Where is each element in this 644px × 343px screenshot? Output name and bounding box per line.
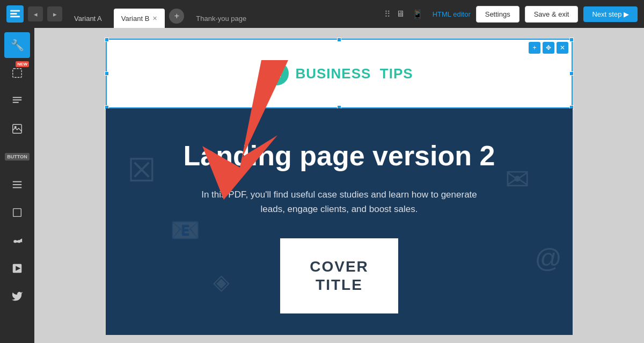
grid-icon[interactable]: ⠿ [384,9,391,19]
tab-variant-a[interactable]: Variant A [67,9,109,28]
bg-icon-1: ☒ [127,151,156,189]
back-arrow[interactable]: ◂ [28,6,43,21]
new-badge: NEW [16,61,29,67]
twitter-icon [11,290,23,302]
topbar-left: ◂ ▸ Variant A Variant B ✕ + Thank-you pa… [6,0,380,28]
next-step-button[interactable]: Next step ▶ [583,6,638,22]
canvas-area[interactable]: + ✥ ✕ E BUSINESS TIPS [34,28,644,343]
handle-top-center[interactable] [337,38,341,42]
svg-rect-2 [10,16,20,18]
settings-button[interactable]: Settings [476,6,519,23]
divider-icon [11,179,23,191]
svg-rect-1 [10,13,17,14]
bg-icon-2: 📧 [170,216,200,244]
tool-button[interactable]: BUTTON [4,144,30,170]
app-logo [6,5,24,23]
block-delete-button[interactable]: ✕ [557,42,568,54]
text-icon [11,95,23,107]
content-block: ☒ 📧 ✉ @ ◈ Landing page version 2 In this… [106,108,573,335]
tool-image[interactable] [4,116,30,142]
html-editor-link[interactable]: HTML editor [433,10,471,18]
topbar-right: ⠿ 🖥 📱 HTML editor Settings Save & exit N… [384,6,638,23]
svg-rect-10 [13,184,22,185]
bg-icon-5: ◈ [213,269,230,294]
svg-rect-15 [14,240,21,243]
device-switcher: 🖥 📱 [396,9,423,19]
page-canvas: + ✥ ✕ E BUSINESS TIPS [106,39,573,335]
handle-top-right[interactable] [569,38,574,42]
video-icon [11,235,23,246]
topbar: ◂ ▸ Variant A Variant B ✕ + Thank-you pa… [0,0,644,28]
left-sidebar: 🔧 NEW BUTTON [0,28,34,343]
tool-play[interactable] [4,256,30,281]
handle-top-left[interactable] [105,38,109,42]
forward-arrow[interactable]: ▸ [47,6,62,21]
landing-heading: Landing page version 2 [184,141,495,171]
block-controls: + ✥ ✕ [529,42,568,54]
header-block[interactable]: + ✥ ✕ E BUSINESS TIPS [106,39,573,108]
cover-title: COVER TITLE [310,258,369,294]
tool-video[interactable] [4,228,30,253]
tool-box[interactable] [4,200,30,225]
cover-box: COVER TITLE [280,238,398,313]
svg-rect-6 [13,102,19,103]
tab-thank-you[interactable]: Thank-you page [188,9,254,28]
tool-wrench[interactable]: 🔧 [4,32,30,58]
logo-circle: E [265,62,289,85]
svg-rect-0 [10,10,20,12]
block-add-button[interactable]: + [529,42,540,54]
tool-divider[interactable] [4,172,30,198]
svg-rect-11 [13,187,22,188]
handle-mid-left[interactable] [105,71,109,76]
tab-close-icon[interactable]: ✕ [152,15,157,22]
logo-accent: TIPS [380,65,413,82]
logo-text: BUSINESS TIPS [295,65,413,82]
tab-variant-b[interactable]: Variant B ✕ [114,9,165,28]
block-move-button[interactable]: ✥ [543,42,554,54]
svg-rect-3 [13,69,22,78]
mobile-icon[interactable]: 📱 [412,9,423,19]
box-icon [11,207,23,218]
play-icon [11,262,23,274]
tool-text[interactable] [4,88,30,114]
image-icon [11,123,23,135]
handle-mid-right[interactable] [569,71,574,76]
landing-subtext: In this PDF, you'll find useful case stu… [200,187,479,216]
tool-selection[interactable]: NEW [4,60,30,86]
save-exit-button[interactable]: Save & exit [525,6,579,23]
svg-rect-12 [13,209,21,217]
bg-icon-3: ✉ [505,162,530,196]
svg-rect-4 [13,97,22,98]
desktop-icon[interactable]: 🖥 [396,9,405,19]
add-tab-button[interactable]: + [169,9,184,24]
svg-rect-9 [13,181,22,183]
tool-social[interactable] [4,283,30,309]
logo-area: E BUSINESS TIPS [265,62,413,85]
selection-icon [11,67,23,79]
main-area: 🔧 NEW BUTTON [0,28,644,343]
bg-icon-4: @ [535,243,562,274]
svg-rect-5 [13,99,22,100]
